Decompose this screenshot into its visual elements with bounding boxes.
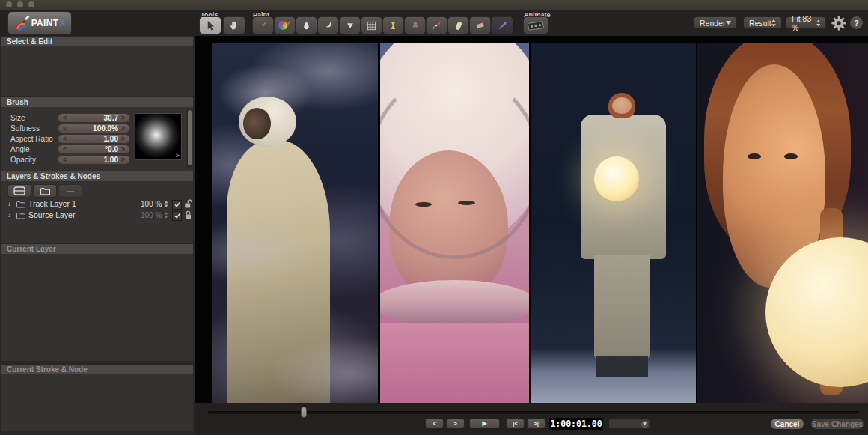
decrement-chevron[interactable]: <: [63, 156, 67, 164]
clip-panel-standing-orb: [531, 43, 696, 403]
play-button[interactable]: ▶: [469, 419, 500, 428]
smudge-tool-button[interactable]: [317, 16, 339, 34]
layer-row-track-layer[interactable]: › Track Layer 1 100 %: [1, 198, 193, 210]
color-clone-tool-button[interactable]: [274, 16, 296, 34]
decrement-chevron[interactable]: <: [63, 145, 67, 153]
brush-preview[interactable]: >: [135, 113, 182, 160]
chevron-updown-icon: [816, 19, 820, 27]
brush-aspect-stepper[interactable]: < 1.00 >: [58, 134, 130, 144]
timecode-field[interactable]: 1:00:01.00: [549, 418, 603, 430]
brush-preview-glow: [135, 114, 181, 159]
timeline-slider-handle[interactable]: [301, 407, 307, 418]
brush-size-stepper[interactable]: < 30.7 >: [58, 113, 130, 123]
animate-button[interactable]: [523, 16, 548, 34]
repair-tool-button[interactable]: [447, 16, 469, 34]
brush-panel-scrollbar[interactable]: [186, 109, 192, 169]
zoom-button[interactable]: [28, 1, 34, 7]
render-menu[interactable]: Render: [694, 16, 737, 29]
paintx-logo-button[interactable]: PAINTX: [7, 11, 72, 35]
brush-softness-stepper[interactable]: < 100.0% >: [58, 124, 130, 133]
scrollbar-thumb[interactable]: [188, 110, 192, 165]
close-button[interactable]: [6, 1, 12, 7]
blur-tool-button[interactable]: [296, 16, 317, 34]
opacity-stepper-icon[interactable]: [164, 212, 168, 219]
frame-rate-dropdown[interactable]: [608, 419, 650, 429]
help-button[interactable]: ?: [850, 16, 863, 29]
new-group-button[interactable]: [33, 184, 57, 198]
view-mode-label: Result: [749, 19, 771, 28]
disclosure-chevron-icon[interactable]: ›: [8, 198, 11, 209]
logo-text: PAINT: [31, 18, 59, 28]
layer-visibility-checkbox[interactable]: [172, 200, 182, 210]
step-back-button[interactable]: <: [425, 419, 444, 428]
increment-chevron[interactable]: >: [121, 124, 125, 133]
left-sidebar: Select & Edit Brush Size < 30.7 > Softne…: [0, 36, 195, 435]
eye-shape: [784, 153, 798, 159]
clip-panel-astronaut-smoke: [212, 43, 378, 403]
grid-warp-tool-button[interactable]: [361, 16, 382, 34]
lock-open-icon[interactable]: [184, 199, 192, 209]
step-forward-icon: >: [453, 420, 457, 427]
delete-layer-button[interactable]: —: [58, 184, 82, 198]
paint-brush-tool-button[interactable]: [252, 16, 274, 34]
settings-button[interactable]: [831, 15, 847, 31]
dropdown-chevron-button[interactable]: [641, 421, 648, 428]
chevron-down-icon: [726, 21, 731, 25]
pinch-icon: [388, 20, 398, 31]
folder-icon: [16, 201, 26, 208]
viewport-canvas[interactable]: [195, 36, 868, 403]
toolbar: PAINTX Tools Paint: [0, 10, 868, 36]
help-label: ?: [854, 19, 859, 28]
decrement-chevron[interactable]: <: [63, 124, 67, 133]
brush-softness-value: 100.0%: [93, 124, 118, 133]
opacity-stepper-icon[interactable]: [164, 201, 168, 207]
layer-row-source-layer[interactable]: › Source Layer 100 %: [1, 210, 193, 221]
view-mode-menu[interactable]: Result: [743, 16, 782, 29]
blur-drop-icon: [302, 20, 311, 31]
chevron-down-icon: [643, 422, 647, 425]
paint-brush-icon: [257, 20, 269, 31]
clone-stamp-tool-button[interactable]: [404, 16, 426, 34]
increment-chevron[interactable]: >: [121, 156, 125, 164]
select-edit-panel-header: Select & Edit: [1, 37, 193, 46]
disclosure-chevron-icon[interactable]: ›: [8, 210, 11, 220]
brush-angle-stepper[interactable]: < °0.0 >: [58, 145, 130, 154]
go-to-start-button[interactable]: |<: [506, 419, 525, 428]
zoom-menu[interactable]: Fit 83 %: [786, 16, 826, 29]
new-layer-button[interactable]: [7, 184, 31, 198]
step-forward-button[interactable]: >: [446, 419, 465, 428]
save-changes-button[interactable]: Save Changes: [811, 419, 864, 429]
decrement-chevron[interactable]: <: [63, 135, 67, 143]
delete-layer-icon: —: [67, 187, 74, 195]
layers-panel-header: Layers & Strokes & Nodes: [1, 171, 193, 181]
lock-closed-icon[interactable]: [184, 210, 192, 220]
select-edit-panel-body: [1, 46, 193, 96]
increment-chevron[interactable]: >: [121, 114, 125, 122]
smoke-overlay: [212, 43, 378, 403]
decrement-chevron[interactable]: <: [63, 114, 67, 122]
eraser-tool-button[interactable]: [469, 16, 491, 34]
go-to-end-button[interactable]: >|: [527, 419, 545, 428]
layer-visibility-checkbox[interactable]: [172, 211, 182, 221]
window-titlebar: [0, 0, 868, 10]
minimize-button[interactable]: [17, 1, 23, 7]
repair-patch-icon: [453, 20, 464, 31]
pin-warp-tool-button[interactable]: [426, 16, 447, 34]
eye-shape: [748, 153, 761, 159]
filter-tool-button[interactable]: [339, 16, 361, 34]
helmet-collar-shape: [380, 280, 529, 327]
cancel-button[interactable]: Cancel: [771, 419, 804, 429]
motion-tracker-tool-button[interactable]: [491, 16, 513, 34]
brush-opacity-stepper[interactable]: < 1.00 >: [58, 155, 130, 165]
select-tool-button[interactable]: [199, 16, 221, 34]
pinch-tool-button[interactable]: [382, 16, 404, 34]
increment-chevron[interactable]: >: [121, 135, 125, 143]
motion-tracker-icon: [497, 20, 508, 31]
play-icon: ▶: [482, 420, 486, 427]
folder-icon: [16, 212, 26, 219]
brush-preview-expand-chevron[interactable]: >: [176, 152, 180, 159]
brush-opacity-value: 1.00: [104, 156, 118, 165]
pan-tool-button[interactable]: [223, 16, 245, 34]
paintx-brush-icon: [14, 16, 31, 31]
increment-chevron[interactable]: >: [121, 145, 125, 153]
